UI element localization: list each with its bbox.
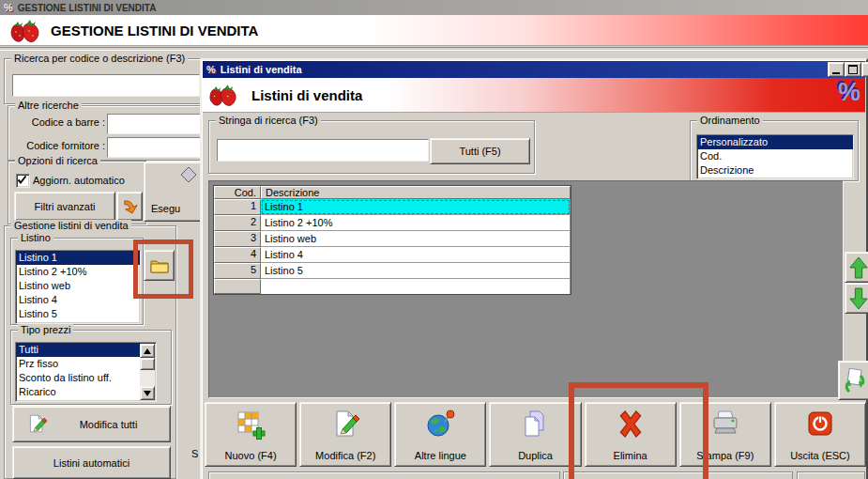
modifica-tutti-button[interactable]: Modifica tutti bbox=[12, 406, 171, 442]
dialog-titlebar[interactable]: % Listini di vendita bbox=[203, 61, 865, 78]
listino-item[interactable]: Listino 5 bbox=[16, 307, 140, 321]
scroll-up-button[interactable] bbox=[140, 344, 155, 358]
table-row[interactable]: 2 Listino 2 +10% bbox=[214, 215, 571, 231]
tipo-prezzi-item[interactable]: Sconto da listino uff. bbox=[16, 371, 156, 385]
management-groupbox-label: Gestione listini di vendita bbox=[11, 220, 131, 231]
tutti-button[interactable]: Tutti (F5) bbox=[430, 138, 530, 164]
search-input[interactable] bbox=[13, 75, 199, 96]
minimize-icon bbox=[832, 72, 840, 74]
other-searches-label: Altre ricerche bbox=[15, 100, 82, 111]
power-icon bbox=[806, 409, 834, 440]
header-separator bbox=[0, 47, 868, 51]
quick-filter-button[interactable] bbox=[116, 192, 143, 221]
table-header-row: Cod. Descrizione bbox=[214, 186, 571, 199]
ordinamento-item[interactable]: Descrizione bbox=[697, 163, 853, 178]
listino-item[interactable]: Listino 2 +10% bbox=[16, 265, 140, 279]
table-empty-row bbox=[214, 279, 571, 294]
printer-icon bbox=[710, 409, 740, 440]
advanced-filters-button[interactable]: Filtri avanzati bbox=[14, 192, 115, 221]
supplier-code-input[interactable] bbox=[108, 138, 203, 157]
nuovo-button[interactable]: Nuovo (F4) bbox=[205, 402, 297, 467]
toolbar-button-label: Modifica (F2) bbox=[315, 450, 375, 461]
move-down-button[interactable] bbox=[845, 283, 868, 314]
hidden-text-fragment: S bbox=[191, 448, 198, 459]
scroll-down-icon bbox=[144, 391, 151, 396]
table-row[interactable]: 3 Listino web bbox=[214, 231, 571, 247]
listino-item[interactable]: Listino 1 bbox=[16, 251, 140, 265]
search-string-input[interactable] bbox=[218, 140, 428, 161]
listino-item[interactable]: Listino 4 bbox=[16, 293, 140, 307]
app-percent-icon: % bbox=[4, 2, 13, 13]
other-searches-groupbox: Altre ricerche Codice a barre : Codice f… bbox=[8, 105, 207, 161]
tipo-prezzi-item[interactable]: Ricarico bbox=[16, 385, 156, 399]
strawberries-icon bbox=[8, 17, 42, 46]
tipo-prezzi-item[interactable]: Tutti bbox=[16, 343, 141, 357]
column-header-descrizione[interactable]: Descrizione bbox=[261, 186, 571, 199]
search-string-groupbox: Stringa di ricerca (F3) Tutti (F5) bbox=[208, 120, 535, 174]
diamond-icon bbox=[180, 166, 197, 185]
listino-groupbox: Listino Listino 1 Listino 2 +10% Listino… bbox=[10, 238, 144, 325]
bottom-panel-sliver bbox=[797, 471, 865, 479]
modifica-button[interactable]: Modifica (F2) bbox=[299, 402, 391, 467]
tipo-prezzi-groupbox: Tipo prezzi Tutti Prz fisso Sconto da li… bbox=[10, 330, 172, 405]
listino-listbox: Listino 1 Listino 2 +10% Listino web Lis… bbox=[15, 250, 141, 324]
listino-label: Listino bbox=[18, 232, 53, 243]
edit-pencil-icon bbox=[331, 409, 359, 440]
toolbar-button-label: Nuovo (F4) bbox=[225, 450, 277, 461]
toolbar-button-label: Altre lingue bbox=[415, 450, 466, 461]
listini-automatici-label: Listini automatici bbox=[53, 457, 129, 469]
table-row[interactable]: 1 Listino 1 bbox=[214, 199, 571, 215]
dialog-percent-icon: % bbox=[206, 64, 216, 75]
bottom-panel-sliver bbox=[208, 471, 560, 479]
dialog-toolbar: Nuovo (F4) Modifica (F2) bbox=[205, 402, 866, 467]
tipo-prezzi-item[interactable]: Prz fisso bbox=[16, 357, 156, 371]
table-row[interactable]: 4 Listino 4 bbox=[214, 247, 571, 263]
ordinamento-groupbox: Ordinamento Personalizzato Cod. Descrizi… bbox=[690, 120, 859, 181]
search-options-groupbox: Opzioni di ricerca Aggiorn. automatico F… bbox=[8, 161, 146, 224]
toolbar-button-label: Uscita (ESC) bbox=[790, 450, 850, 461]
toolbar-button-label: Duplica bbox=[518, 450, 553, 461]
dialog-titlebar-text: Listini di vendita bbox=[221, 64, 302, 75]
maximize-button[interactable] bbox=[845, 62, 861, 77]
move-up-button[interactable] bbox=[845, 252, 868, 283]
scroll-down-button[interactable] bbox=[140, 386, 155, 400]
tipo-prezzi-label: Tipo prezzi bbox=[18, 324, 73, 335]
orange-arrow-icon bbox=[122, 198, 138, 214]
supplier-code-label: Codice fornitore : bbox=[8, 140, 105, 151]
barcode-label: Codice a barre : bbox=[8, 116, 105, 128]
tipo-prezzi-scrollbar[interactable] bbox=[140, 344, 155, 400]
main-header: GESTIONE LISTINI DI VENDITA bbox=[0, 15, 868, 46]
close-button[interactable] bbox=[861, 62, 868, 77]
listini-automatici-button[interactable]: Listini automatici bbox=[12, 446, 171, 479]
execute-search-label: Esegu bbox=[151, 203, 180, 214]
main-titlebar[interactable]: % GESTIONE LISTINI DI VENDITA bbox=[0, 0, 868, 15]
column-header-cod[interactable]: Cod. bbox=[214, 186, 261, 199]
uscita-button[interactable]: Uscita (ESC) bbox=[774, 402, 866, 467]
auto-update-checkbox[interactable] bbox=[16, 174, 30, 188]
search-options-label: Opzioni di ricerca bbox=[15, 155, 100, 166]
scroll-thumb[interactable] bbox=[140, 358, 155, 370]
scroll-up-icon bbox=[144, 348, 151, 354]
new-grid-plus-icon bbox=[236, 409, 266, 441]
listino-item[interactable]: Listino web bbox=[16, 279, 140, 293]
refresh-button[interactable] bbox=[838, 361, 868, 400]
minimize-button[interactable] bbox=[828, 62, 845, 77]
folder-button-highlight-annotation bbox=[133, 240, 193, 299]
check-icon bbox=[17, 175, 27, 185]
search-groupbox-label: Ricerca per codice o descrizione (F3) bbox=[11, 53, 188, 64]
modifica-tutti-label: Modifica tutti bbox=[80, 419, 138, 430]
altre-lingue-button[interactable]: Altre lingue bbox=[394, 402, 486, 467]
edit-pencil-icon bbox=[26, 413, 47, 436]
green-up-arrow-icon bbox=[848, 255, 868, 280]
barcode-input[interactable] bbox=[108, 115, 203, 133]
grid-container: Cod. Descrizione 1 Listino 1 2 Listino 2… bbox=[208, 180, 844, 398]
ordinamento-item[interactable]: Cod. bbox=[697, 149, 853, 163]
copy-pages-icon bbox=[521, 409, 549, 440]
main-titlebar-text: GESTIONE LISTINI DI VENDITA bbox=[18, 3, 157, 13]
duplica-button[interactable]: Duplica bbox=[489, 402, 581, 467]
tipo-prezzi-listbox: Tutti Prz fisso Sconto da listino uff. R… bbox=[15, 342, 157, 402]
table-row[interactable]: 5 Listino 5 bbox=[214, 263, 571, 279]
ordinamento-listbox: Personalizzato Cod. Descrizione bbox=[696, 134, 854, 179]
search-string-label: Stringa di ricerca (F3) bbox=[216, 115, 321, 126]
ordinamento-item[interactable]: Personalizzato bbox=[697, 135, 853, 149]
